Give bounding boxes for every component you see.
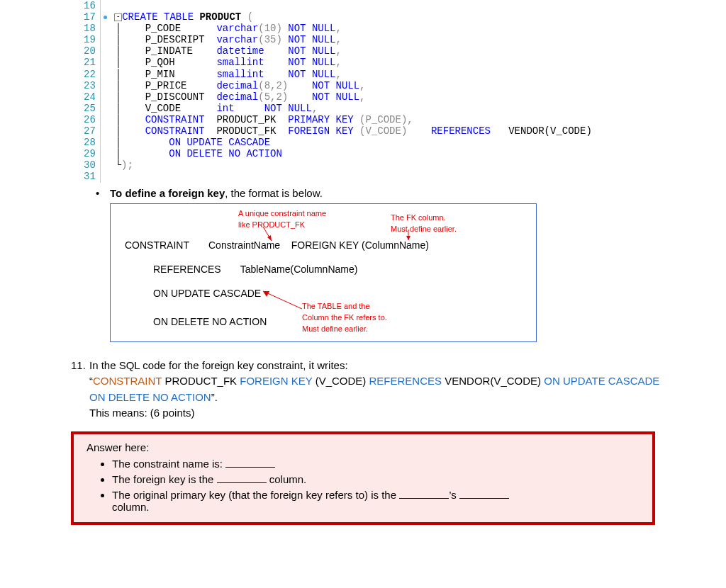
sql-ondelete: ON DELETE NO ACTION: [89, 391, 211, 403]
blank-input[interactable]: [225, 456, 275, 468]
fold-minus-icon[interactable]: -: [114, 13, 122, 21]
code-identifier: V_CODE: [145, 103, 181, 114]
arrow-icon: [405, 230, 419, 244]
answer-bullet-2: The foreign key is the column.: [112, 472, 640, 485]
annotation-table-3: Must define earlier.: [302, 324, 368, 333]
line-number-gutter: 16 17 18 19 20 21 22 23 24 25 26 27 28 2…: [78, 0, 101, 183]
code-keyword: NOT NULL: [282, 34, 336, 45]
sql-text: (V_CODE): [313, 375, 369, 387]
code-identifier: PRODUCT_FK: [216, 125, 276, 137]
answer-text: column.: [112, 501, 150, 513]
answer-text: The original primary key (that the forei…: [112, 489, 399, 501]
code-args: (5,2): [258, 91, 288, 103]
code-type: decimal: [216, 80, 258, 91]
fk-syntax-tablename: TableName(ColumnName): [240, 264, 358, 275]
code-punct: (: [241, 11, 253, 23]
arrow-icon: [256, 227, 277, 244]
code-type: datetime: [216, 45, 264, 57]
code-keyword: NOT NULL: [312, 91, 359, 103]
line-number: 28: [84, 137, 96, 148]
code-keyword: CONSTRAINT: [145, 125, 205, 137]
code-keyword: NOT NULL: [288, 57, 335, 68]
fk-syntax-box: A unique constraint name like PRODUCT_FK…: [110, 203, 537, 342]
sql-text: VENDOR(V_CODE): [442, 375, 544, 387]
code-type: decimal: [216, 91, 258, 103]
answer-bullet-3: The original primary key (that the forei…: [112, 487, 640, 513]
svg-marker-3: [406, 236, 411, 240]
quote-close: ”.: [211, 391, 218, 403]
code-identifier: P_DISCOUNT: [145, 91, 205, 103]
fk-syntax-constraint: CONSTRAINT: [125, 239, 189, 251]
answer-header: Answer here:: [86, 441, 640, 453]
blank-input[interactable]: [217, 472, 267, 483]
code-args: (V_CODE): [359, 125, 407, 137]
svg-line-4: [263, 291, 302, 309]
answer-text: column.: [267, 473, 307, 485]
fk-bullet-text: , the format is below.: [225, 187, 323, 199]
code-keyword: ON UPDATE CASCADE: [169, 137, 270, 148]
code-args: (8,2): [258, 80, 288, 91]
blank-input[interactable]: [399, 487, 449, 499]
line-number: 30: [84, 159, 96, 171]
answer-text: The foreign key is the: [112, 473, 217, 485]
code-keyword: NOT NULL: [282, 23, 336, 34]
fk-syntax-ondelete: ON DELETE NO ACTION: [153, 316, 267, 327]
code-keyword: NOT NULL: [288, 69, 335, 80]
line-number: 25: [84, 103, 96, 114]
code-args: (35): [258, 34, 282, 45]
blank-input[interactable]: [459, 487, 509, 499]
annotation-fk-column: The FK column.: [391, 213, 446, 222]
code-identifier: P_DESCRIPT: [145, 34, 205, 45]
code-keyword: REFERENCES: [431, 125, 491, 137]
question-11: 11.In the SQL code for the foreign key c…: [71, 358, 691, 422]
fk-syntax-onupdate: ON UPDATE CASCADE: [153, 288, 261, 299]
code-type: varchar: [216, 23, 258, 34]
sql-references: REFERENCES: [369, 375, 442, 387]
code-type: smallint: [216, 69, 264, 80]
question-points: This means: (6 points): [89, 407, 194, 419]
fk-syntax-references: REFERENCES: [153, 264, 221, 275]
code-args: (10): [258, 23, 282, 34]
code-identifier: PRODUCT: [199, 11, 241, 23]
code-keyword: CONSTRAINT: [145, 114, 205, 125]
code-keyword: FOREIGN KEY: [288, 125, 353, 137]
line-number: 19: [84, 34, 96, 45]
question-number: 11.: [71, 358, 89, 374]
code-identifier: P_INDATE: [145, 45, 193, 57]
fk-bullet: • To define a foreign key, the format is…: [96, 187, 726, 199]
annotation-constraint-name: A unique constraint name: [238, 209, 326, 217]
sql-onupdate: ON UPDATE CASCADE: [544, 375, 659, 387]
line-number: 18: [84, 23, 96, 34]
line-number: 17: [84, 11, 96, 23]
code-type: smallint: [216, 57, 264, 68]
line-number: 31: [84, 171, 96, 182]
line-number: 20: [84, 45, 96, 57]
code-pane: -CREATE TABLE PRODUCT ( │ P_CODE varchar…: [101, 0, 592, 183]
code-keyword: NOT NULL: [312, 80, 359, 91]
code-keyword: NOT NULL: [264, 103, 312, 114]
line-number: 26: [84, 114, 96, 125]
answer-bullet-1: The constraint name is:: [112, 456, 640, 470]
code-args: (P_CODE): [359, 114, 407, 125]
code-identifier: PRODUCT_PK: [216, 114, 276, 125]
code-keyword: NOT NULL: [288, 45, 335, 57]
line-number: 23: [84, 80, 96, 91]
code-keyword: CREATE TABLE: [122, 11, 194, 23]
code-keyword: PRIMARY KEY: [288, 114, 353, 125]
sql-constraint: CONSTRAINT: [93, 375, 162, 387]
sql-text: PRODUCT_FK: [162, 375, 240, 387]
sql-fk: FOREIGN KEY: [240, 375, 312, 387]
question-lead: In the SQL code for the foreign key cons…: [89, 359, 348, 371]
answer-text: The constraint name is:: [112, 458, 225, 470]
line-number: 24: [84, 91, 96, 103]
code-identifier: P_PRICE: [145, 80, 187, 91]
fk-bullet-strong: To define a foreign key: [110, 187, 225, 199]
code-keyword: ON DELETE NO ACTION: [169, 148, 282, 159]
line-number: 21: [84, 57, 96, 68]
line-number: 22: [84, 69, 96, 80]
code-identifier: P_MIN: [145, 69, 175, 80]
code-type: varchar: [216, 34, 258, 45]
line-number: 27: [84, 125, 96, 137]
svg-marker-1: [267, 235, 272, 241]
breakpoint-dot-icon: [104, 16, 107, 19]
